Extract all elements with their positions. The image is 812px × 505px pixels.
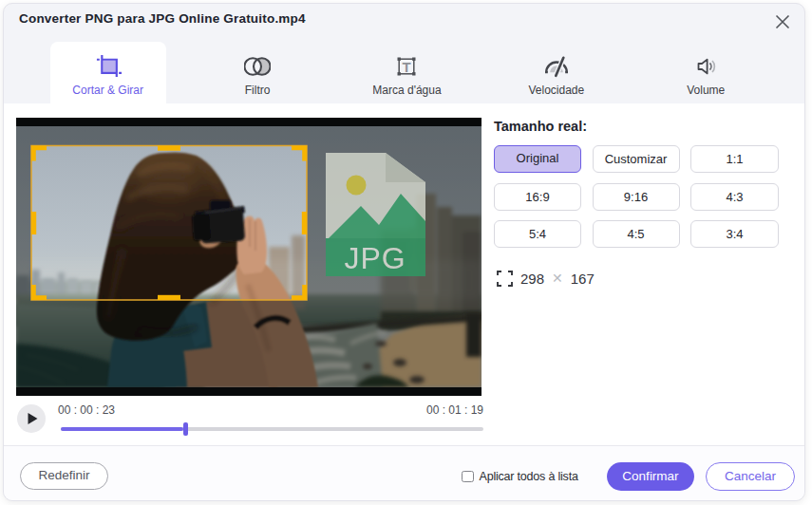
svg-text:T: T xyxy=(403,59,411,75)
svg-text:JPG: JPG xyxy=(344,241,406,275)
